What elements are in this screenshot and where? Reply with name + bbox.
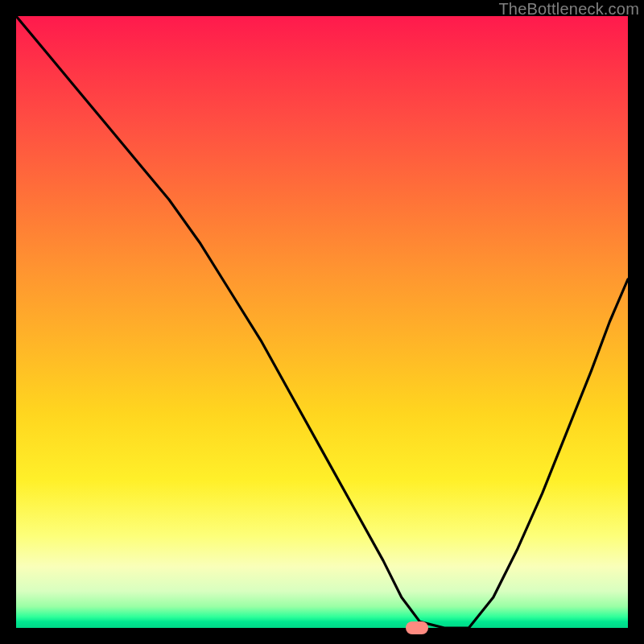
chart-container: TheBottleneck.com: [0, 0, 644, 644]
plot-area: [16, 16, 628, 628]
line-chart-svg: [16, 16, 628, 628]
curve-line: [16, 16, 628, 628]
marker-pill-icon: [406, 621, 428, 634]
